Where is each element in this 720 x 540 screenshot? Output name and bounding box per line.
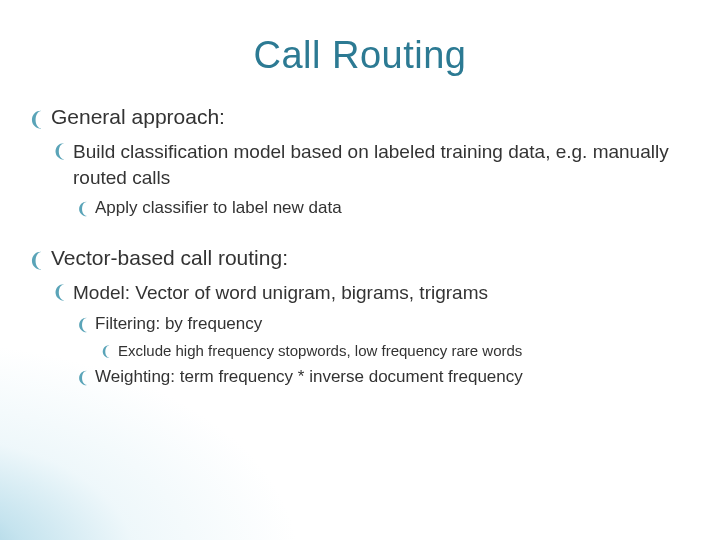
- bullet-icon: ❨: [76, 370, 89, 386]
- slide-body: ❨ General approach: ❨ Build classificati…: [0, 77, 720, 387]
- bullet-icon: ❨: [76, 317, 89, 333]
- bullet-text: Vector-based call routing:: [51, 246, 692, 270]
- spacer: [28, 226, 692, 240]
- bullet-icon: ❨: [76, 201, 89, 217]
- bullet-l1: ❨ Model: Vector of word unigram, bigrams…: [52, 280, 692, 306]
- bullet-text: Exclude high frequency stopwords, low fr…: [118, 342, 692, 359]
- bullet-text: Model: Vector of word unigram, bigrams, …: [73, 280, 692, 306]
- bullet-text: Apply classifier to label new data: [95, 198, 692, 218]
- bullet-icon: ❨: [100, 344, 112, 358]
- bullet-l2: ❨ Apply classifier to label new data: [76, 198, 692, 218]
- bullet-icon: ❨: [28, 250, 45, 270]
- bullet-text: Build classification model based on labe…: [73, 139, 692, 190]
- bullet-l0: ❨ Vector-based call routing:: [28, 246, 692, 270]
- bullet-text: Filtering: by frequency: [95, 314, 692, 334]
- bullet-icon: ❨: [52, 142, 67, 160]
- bullet-icon: ❨: [28, 109, 45, 129]
- slide-title: Call Routing: [0, 0, 720, 77]
- bullet-l0: ❨ General approach:: [28, 105, 692, 129]
- bullet-l1: ❨ Build classification model based on la…: [52, 139, 692, 190]
- bullet-text: General approach:: [51, 105, 692, 129]
- bullet-l3: ❨ Exclude high frequency stopwords, low …: [100, 342, 692, 359]
- bullet-l2: ❨ Filtering: by frequency: [76, 314, 692, 334]
- bullet-text: Weighting: term frequency * inverse docu…: [95, 367, 692, 387]
- bullet-icon: ❨: [52, 283, 67, 301]
- bullet-l2: ❨ Weighting: term frequency * inverse do…: [76, 367, 692, 387]
